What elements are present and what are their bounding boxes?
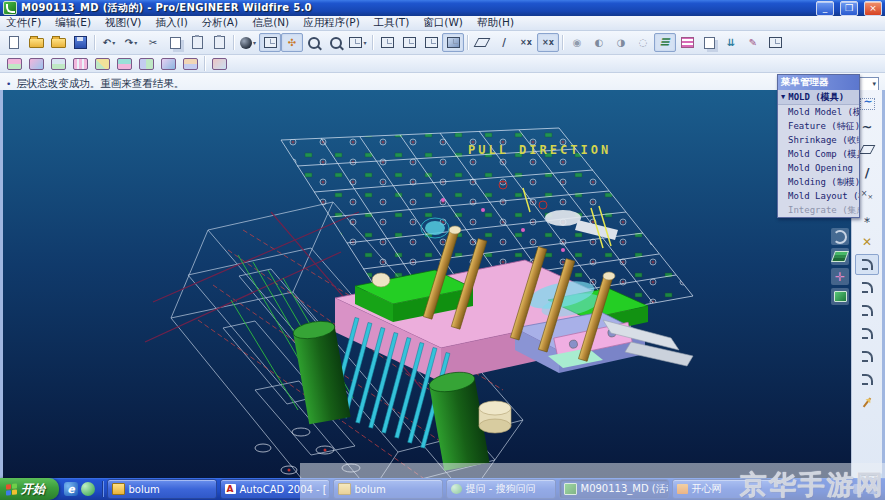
menu-tools[interactable]: 工具(T) <box>374 16 410 30</box>
restore-button[interactable]: ❒ <box>840 1 858 16</box>
task-label: M090113_MD (活动 <box>581 482 669 496</box>
redo-icon[interactable]: ↷▾ <box>120 33 142 52</box>
mold-volume-icon[interactable] <box>855 300 879 321</box>
task-kaixin[interactable]: 开心网 <box>672 479 782 499</box>
toolbar-separator <box>467 35 468 50</box>
datum-csys-toggle-icon[interactable]: ×x <box>537 33 559 52</box>
mold-analysis-icon[interactable] <box>208 56 230 71</box>
model-tree-icon[interactable] <box>698 33 720 52</box>
menu-analysis[interactable]: 分析(A) <box>202 16 238 30</box>
refpart-cutout-icon[interactable] <box>855 369 879 390</box>
task-bolum-2[interactable]: bolum <box>333 479 443 499</box>
menu-edit[interactable]: 编辑(E) <box>55 16 91 30</box>
ie-icon[interactable]: e <box>64 482 78 496</box>
display-style-icon[interactable] <box>831 248 849 265</box>
start-label: 开始 <box>21 481 45 498</box>
menu-item-mold-comp[interactable]: Mold Comp (模具元件) <box>778 147 859 161</box>
menu-item-integrate: Integrate (集成) <box>778 203 859 217</box>
repaint-icon[interactable] <box>831 228 849 245</box>
menu-item-mold-model[interactable]: Mold Model (模具模型) <box>778 105 859 119</box>
tray-icon[interactable] <box>853 484 863 494</box>
menu-item-mold-layout[interactable]: Mold Layout (模具布局) <box>778 189 859 203</box>
datum-plane-toggle-icon[interactable] <box>471 33 493 52</box>
view-manager-icon[interactable] <box>676 33 698 52</box>
mold-model-icon[interactable] <box>3 56 25 71</box>
minimize-button[interactable]: _ <box>816 1 834 16</box>
layer-overlay-icon[interactable] <box>831 288 849 305</box>
menu-file[interactable]: 文件(F) <box>6 16 41 30</box>
open-file-icon[interactable] <box>25 33 47 52</box>
shrinkage-icon[interactable] <box>69 56 91 71</box>
close-button[interactable]: × <box>864 1 882 16</box>
molding-icon[interactable] <box>157 56 179 71</box>
undo-icon[interactable]: ↶▾ <box>98 33 120 52</box>
datum-axis-toggle-icon[interactable]: / <box>493 33 515 52</box>
menu-applications[interactable]: 应用程序(P) <box>303 16 360 30</box>
parting-surface-icon[interactable] <box>855 254 879 275</box>
menu-item-feature[interactable]: Feature (特征) <box>778 119 859 133</box>
system-tray <box>853 484 885 494</box>
save-icon[interactable] <box>69 33 91 52</box>
display-hidden-icon[interactable] <box>398 33 420 52</box>
copy-icon[interactable] <box>164 33 186 52</box>
volume-split-icon[interactable] <box>855 323 879 344</box>
saved-orientations-icon[interactable]: ✛ <box>831 268 849 285</box>
open-session-icon[interactable] <box>47 33 69 52</box>
smart-select-icon[interactable]: ◑ <box>610 33 632 52</box>
viewport-3d[interactable]: PULL DIRECTION ✛ <box>3 90 851 478</box>
sketched-curve-icon[interactable]: ✕ <box>855 231 879 252</box>
edit-definition-icon[interactable] <box>855 392 879 413</box>
menu-window[interactable]: 窗口(W) <box>423 16 463 30</box>
mold-opening-icon[interactable] <box>179 56 201 71</box>
color-effects-icon[interactable] <box>764 33 786 52</box>
display-shaded-icon[interactable] <box>442 33 464 52</box>
highlight-toggle-icon[interactable]: ◐ <box>588 33 610 52</box>
drawing-update-icon[interactable]: ⇊ <box>720 33 742 52</box>
menu-item-molding[interactable]: Molding (制模) <box>778 175 859 189</box>
new-file-icon[interactable] <box>3 33 25 52</box>
appearance-editor-icon[interactable]: ✎ <box>742 33 764 52</box>
graphics-toolbar: ✛ <box>831 228 849 305</box>
spin-center-icon[interactable]: ✣ <box>281 33 303 52</box>
zoom-in-icon[interactable] <box>303 33 325 52</box>
task-sogou[interactable]: 提问 - 搜狗问问 <box>446 479 556 499</box>
task-label: bolum <box>355 484 386 495</box>
tray-icon[interactable] <box>867 484 877 494</box>
menu-item-shrinkage[interactable]: Shrinkage (收缩) <box>778 133 859 147</box>
silhouette-curve-icon[interactable] <box>855 277 879 298</box>
parting-surface-icon[interactable] <box>91 56 113 71</box>
display-wireframe-icon[interactable] <box>376 33 398 52</box>
autocad-icon: A <box>225 484 236 494</box>
cavity-insert-icon[interactable] <box>855 346 879 367</box>
render-style-icon[interactable]: ▾ <box>237 33 259 52</box>
task-proe[interactable]: M090113_MD (活动 <box>559 479 669 499</box>
viewport-canvas[interactable]: PULL DIRECTION <box>3 90 851 478</box>
saved-views-icon[interactable]: ▾ <box>347 33 369 52</box>
zoom-refit-icon[interactable] <box>325 33 347 52</box>
workpiece-icon[interactable] <box>47 56 69 71</box>
annotation-toggle-icon[interactable]: ◌ <box>632 33 654 52</box>
start-button[interactable]: 开始 <box>0 478 59 500</box>
reference-model-icon[interactable] <box>25 56 47 71</box>
menu-manager-title[interactable]: 菜单管理器 <box>778 75 859 90</box>
mold-volume-icon[interactable] <box>113 56 135 71</box>
menu-view[interactable]: 视图(V) <box>105 16 141 30</box>
menu-info[interactable]: 信息(N) <box>252 16 289 30</box>
mold-component-icon[interactable] <box>135 56 157 71</box>
display-settings-icon[interactable] <box>259 33 281 52</box>
menu-help[interactable]: 帮助(H) <box>477 16 514 30</box>
paste-special-icon[interactable] <box>208 33 230 52</box>
select-filter-icon[interactable]: ◉ <box>566 33 588 52</box>
paste-icon[interactable] <box>186 33 208 52</box>
menu-item-mold-opening[interactable]: Mold Opening (开模) <box>778 161 859 175</box>
display-nohidden-icon[interactable] <box>420 33 442 52</box>
layer-display-icon[interactable] <box>654 33 676 52</box>
task-bolum-1[interactable]: bolum <box>107 479 217 499</box>
cut-icon[interactable]: ✂ <box>142 33 164 52</box>
task-autocad[interactable]: A AutoCAD 2004 - [ <box>220 479 330 499</box>
quick-launch-icon[interactable] <box>81 482 95 496</box>
toolbar-separator <box>204 56 205 71</box>
menu-group-mold[interactable]: ▼ MOLD (模具) <box>778 90 859 105</box>
datum-point-toggle-icon[interactable]: ×x <box>515 33 537 52</box>
menu-insert[interactable]: 插入(I) <box>155 16 187 30</box>
